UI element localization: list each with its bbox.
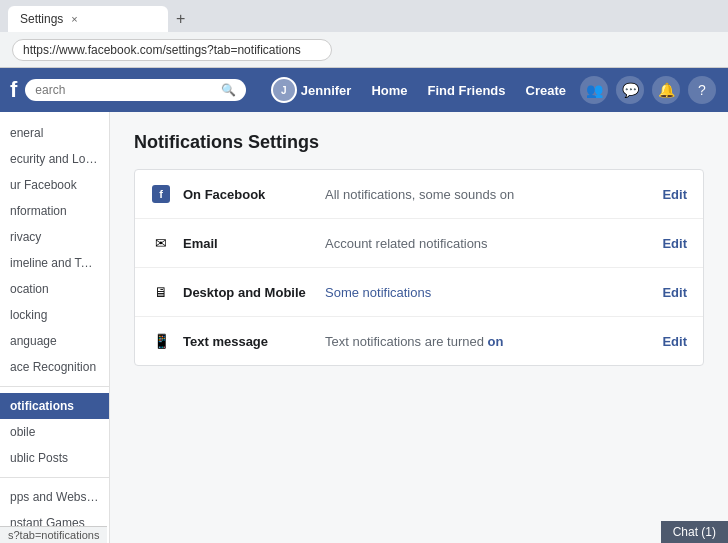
sidebar-divider bbox=[0, 386, 109, 387]
settings-row-desktop: 🖥 Desktop and Mobile Some notifications … bbox=[135, 268, 703, 317]
facebook-desc: All notifications, some sounds on bbox=[325, 187, 650, 202]
sidebar-item-general[interactable]: eneral bbox=[0, 120, 109, 146]
facebook-label: On Facebook bbox=[183, 187, 313, 202]
nav-home[interactable]: Home bbox=[363, 79, 415, 102]
user-name: Jennifer bbox=[301, 83, 352, 98]
text-desc: Text notifications are turned on bbox=[325, 334, 650, 349]
sidebar-item-mobile[interactable]: obile bbox=[0, 419, 109, 445]
search-input[interactable] bbox=[35, 83, 215, 97]
email-label: Email bbox=[183, 236, 313, 251]
tab-close-button[interactable]: × bbox=[71, 13, 77, 25]
settings-row-email: ✉ Email Account related notifications Ed… bbox=[135, 219, 703, 268]
text-label: Text message bbox=[183, 334, 313, 349]
main-content: Notifications Settings f On Facebook All… bbox=[110, 112, 728, 543]
page-title: Notifications Settings bbox=[134, 132, 704, 153]
tab-bar: Settings × + bbox=[0, 0, 728, 32]
sidebar-item-security[interactable]: ecurity and Login bbox=[0, 146, 109, 172]
sidebar-item-public-posts[interactable]: ublic Posts bbox=[0, 445, 109, 471]
facebook-icon: f bbox=[151, 184, 171, 204]
new-tab-button[interactable]: + bbox=[168, 10, 193, 28]
address-bar bbox=[0, 32, 728, 68]
sidebar-item-location[interactable]: ocation bbox=[0, 276, 109, 302]
sidebar-item-apps[interactable]: pps and Websites bbox=[0, 484, 109, 510]
sidebar-item-notifications[interactable]: otifications bbox=[0, 393, 109, 419]
text-icon: 📱 bbox=[151, 331, 171, 351]
sidebar-item-timeline[interactable]: imeline and Tagging bbox=[0, 250, 109, 276]
notifications-icon[interactable]: 🔔 bbox=[652, 76, 680, 104]
avatar: J bbox=[271, 77, 297, 103]
sidebar-item-privacy[interactable]: rivacy bbox=[0, 224, 109, 250]
text-on-highlight: on bbox=[488, 334, 504, 349]
messenger-icon[interactable]: 💬 bbox=[616, 76, 644, 104]
desktop-desc: Some notifications bbox=[325, 285, 650, 300]
email-edit-button[interactable]: Edit bbox=[662, 236, 687, 251]
sidebar-divider-2 bbox=[0, 477, 109, 478]
sidebar-item-information[interactable]: nformation bbox=[0, 198, 109, 224]
nav-find-friends[interactable]: Find Friends bbox=[420, 79, 514, 102]
bottom-url: s?tab=notifications bbox=[0, 526, 107, 543]
email-desc: Account related notifications bbox=[325, 236, 650, 251]
chat-button[interactable]: Chat (1) bbox=[661, 521, 728, 543]
tab-title: Settings bbox=[20, 12, 63, 26]
desktop-icon: 🖥 bbox=[151, 282, 171, 302]
nav-create[interactable]: Create bbox=[518, 79, 574, 102]
settings-row-text: 📱 Text message Text notifications are tu… bbox=[135, 317, 703, 365]
text-edit-button[interactable]: Edit bbox=[662, 334, 687, 349]
address-input[interactable] bbox=[12, 39, 332, 61]
settings-section: f On Facebook All notifications, some so… bbox=[134, 169, 704, 366]
page-content: eneral ecurity and Login ur Facebook nfo… bbox=[0, 112, 728, 543]
help-icon[interactable]: ? bbox=[688, 76, 716, 104]
people-icon[interactable]: 👥 bbox=[580, 76, 608, 104]
desktop-label: Desktop and Mobile bbox=[183, 285, 313, 300]
search-bar[interactable]: 🔍 bbox=[25, 79, 246, 101]
sidebar-item-face-recognition[interactable]: ace Recognition bbox=[0, 354, 109, 380]
settings-row-facebook: f On Facebook All notifications, some so… bbox=[135, 170, 703, 219]
sidebar: eneral ecurity and Login ur Facebook nfo… bbox=[0, 112, 110, 543]
email-icon: ✉ bbox=[151, 233, 171, 253]
facebook-navbar: f 🔍 J Jennifer Home Find Friends Create … bbox=[0, 68, 728, 112]
facebook-edit-button[interactable]: Edit bbox=[662, 187, 687, 202]
nav-links: J Jennifer Home Find Friends Create 👥 💬 … bbox=[263, 73, 718, 107]
sidebar-item-language[interactable]: anguage bbox=[0, 328, 109, 354]
sidebar-item-facebook-info[interactable]: ur Facebook bbox=[0, 172, 109, 198]
nav-user[interactable]: J Jennifer bbox=[263, 73, 360, 107]
facebook-logo: f bbox=[10, 77, 17, 103]
active-tab[interactable]: Settings × bbox=[8, 6, 168, 32]
search-icon: 🔍 bbox=[221, 83, 236, 97]
sidebar-item-blocking[interactable]: locking bbox=[0, 302, 109, 328]
desktop-edit-button[interactable]: Edit bbox=[662, 285, 687, 300]
